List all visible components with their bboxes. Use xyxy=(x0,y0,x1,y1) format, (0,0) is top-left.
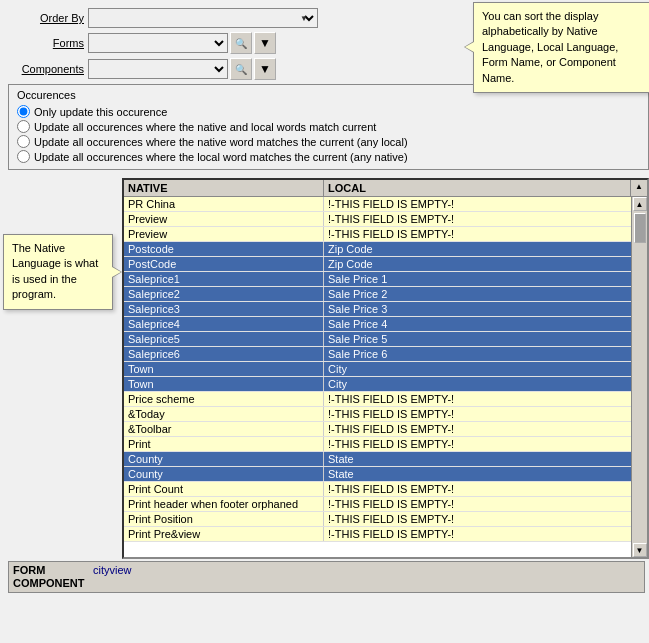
cell-native: Print Pre&view xyxy=(124,527,324,541)
table-row[interactable]: Saleprice3Sale Price 3 xyxy=(124,302,631,317)
table-row[interactable]: Price scheme!-THIS FIELD IS EMPTY-! xyxy=(124,392,631,407)
radio-label-3: Update all occurences where the local wo… xyxy=(34,151,408,163)
scroll-up-btn[interactable]: ▲ xyxy=(633,197,647,211)
forms-binoculars-button[interactable]: 🔍 xyxy=(230,32,252,54)
radio-label-2: Update all occurences where the native w… xyxy=(34,136,408,148)
sort-tooltip-arrow xyxy=(464,41,474,53)
scrollbar[interactable]: ▲ ▼ xyxy=(631,197,647,557)
components-binoculars-button[interactable]: 🔍 xyxy=(230,58,252,80)
data-table: NATIVE LOCAL ▲ PR China!-THIS FIELD IS E… xyxy=(122,178,649,559)
table-row[interactable]: PR China!-THIS FIELD IS EMPTY-! xyxy=(124,197,631,212)
cell-native: &Today xyxy=(124,407,324,421)
table-header: NATIVE LOCAL ▲ xyxy=(124,180,647,197)
forms-label: Forms xyxy=(8,37,88,49)
table-body: PR China!-THIS FIELD IS EMPTY-!Preview!-… xyxy=(124,197,647,557)
cell-local: !-THIS FIELD IS EMPTY-! xyxy=(324,407,631,421)
cell-local: !-THIS FIELD IS EMPTY-! xyxy=(324,197,631,211)
bottom-form-row: FORM cityview xyxy=(13,564,640,576)
components-filter-button[interactable]: ▼ xyxy=(254,58,276,80)
bottom-component-row: COMPONENT xyxy=(13,577,640,589)
cell-local: Zip Code xyxy=(324,242,631,256)
table-row[interactable]: Saleprice2Sale Price 2 xyxy=(124,287,631,302)
table-row[interactable]: CountyState xyxy=(124,452,631,467)
cell-local: !-THIS FIELD IS EMPTY-! xyxy=(324,527,631,541)
cell-native: Saleprice5 xyxy=(124,332,324,346)
table-row[interactable]: Print Pre&view!-THIS FIELD IS EMPTY-! xyxy=(124,527,631,542)
table-row[interactable]: &Today!-THIS FIELD IS EMPTY-! xyxy=(124,407,631,422)
cell-local: State xyxy=(324,467,631,481)
table-row[interactable]: Print Position!-THIS FIELD IS EMPTY-! xyxy=(124,512,631,527)
cell-native: Town xyxy=(124,377,324,391)
table-row[interactable]: Print!-THIS FIELD IS EMPTY-! xyxy=(124,437,631,452)
cell-local: Sale Price 3 xyxy=(324,302,631,316)
radio-row-1: Update all occurences where the native a… xyxy=(17,120,640,133)
cell-native: Print Position xyxy=(124,512,324,526)
forms-combo[interactable] xyxy=(88,33,228,53)
table-row[interactable]: TownCity xyxy=(124,362,631,377)
radio-label-1: Update all occurences where the native a… xyxy=(34,121,376,133)
cell-native: PR China xyxy=(124,197,324,211)
cell-native: Print header when footer orphaned xyxy=(124,497,324,511)
cell-native: Price scheme xyxy=(124,392,324,406)
native-tooltip-arrow xyxy=(112,266,122,278)
cell-local: State xyxy=(324,452,631,466)
radio-only-this[interactable] xyxy=(17,105,30,118)
cell-native: Saleprice6 xyxy=(124,347,324,361)
cell-local: Sale Price 6 xyxy=(324,347,631,361)
radio-row-0: Only update this occurence xyxy=(17,105,640,118)
table-row[interactable]: Print Count!-THIS FIELD IS EMPTY-! xyxy=(124,482,631,497)
cell-local: !-THIS FIELD IS EMPTY-! xyxy=(324,392,631,406)
table-row[interactable]: PostcodeZip Code xyxy=(124,242,631,257)
table-row[interactable]: Saleprice5Sale Price 5 xyxy=(124,332,631,347)
cell-native: Town xyxy=(124,362,324,376)
table-row[interactable]: Print header when footer orphaned!-THIS … xyxy=(124,497,631,512)
radio-row-2: Update all occurences where the native w… xyxy=(17,135,640,148)
cell-native: Saleprice3 xyxy=(124,302,324,316)
table-scroll-area[interactable]: PR China!-THIS FIELD IS EMPTY-!Preview!-… xyxy=(124,197,631,557)
native-tooltip: The Native Language is what is used in t… xyxy=(3,234,113,310)
cell-local: Zip Code xyxy=(324,257,631,271)
sort-tooltip: You can sort the display alphabetically … xyxy=(473,2,649,93)
cell-local: Sale Price 1 xyxy=(324,272,631,286)
cell-native: PostCode xyxy=(124,257,324,271)
radio-local-match[interactable] xyxy=(17,150,30,163)
table-row[interactable]: &Toolbar!-THIS FIELD IS EMPTY-! xyxy=(124,422,631,437)
component-label: COMPONENT xyxy=(13,577,93,589)
cell-local: !-THIS FIELD IS EMPTY-! xyxy=(324,482,631,496)
cell-native: County xyxy=(124,467,324,481)
table-row[interactable]: Saleprice4Sale Price 4 xyxy=(124,317,631,332)
radio-native-local-match[interactable] xyxy=(17,120,30,133)
cell-native: County xyxy=(124,452,324,466)
table-row[interactable]: TownCity xyxy=(124,377,631,392)
bottom-bar: FORM cityview COMPONENT xyxy=(8,561,645,593)
cell-local: !-THIS FIELD IS EMPTY-! xyxy=(324,512,631,526)
cell-native: Preview xyxy=(124,212,324,226)
scroll-down-btn[interactable]: ▼ xyxy=(633,543,647,557)
table-row[interactable]: Saleprice6Sale Price 6 xyxy=(124,347,631,362)
radio-native-match[interactable] xyxy=(17,135,30,148)
cell-local: !-THIS FIELD IS EMPTY-! xyxy=(324,212,631,226)
forms-filter-button[interactable]: ▼ xyxy=(254,32,276,54)
cell-native: Saleprice2 xyxy=(124,287,324,301)
cell-local: !-THIS FIELD IS EMPTY-! xyxy=(324,497,631,511)
table-row[interactable]: Preview!-THIS FIELD IS EMPTY-! xyxy=(124,212,631,227)
table-row[interactable]: PostCodeZip Code xyxy=(124,257,631,272)
radio-row-3: Update all occurences where the local wo… xyxy=(17,150,640,163)
form-label: FORM xyxy=(13,564,93,576)
col-header-native: NATIVE xyxy=(124,180,324,196)
scroll-thumb[interactable] xyxy=(634,213,646,243)
components-label: Components xyxy=(8,63,88,75)
form-value: cityview xyxy=(93,564,640,576)
cell-local: !-THIS FIELD IS EMPTY-! xyxy=(324,227,631,241)
components-combo[interactable] xyxy=(88,59,228,79)
cell-local: Sale Price 4 xyxy=(324,317,631,331)
table-row[interactable]: Preview!-THIS FIELD IS EMPTY-! xyxy=(124,227,631,242)
cell-native: Saleprice1 xyxy=(124,272,324,286)
radio-label-0: Only update this occurence xyxy=(34,106,167,118)
table-row[interactable]: Saleprice1Sale Price 1 xyxy=(124,272,631,287)
table-row[interactable]: CountyState xyxy=(124,467,631,482)
scroll-up-arrow[interactable]: ▲ xyxy=(631,180,647,196)
cell-native: &Toolbar xyxy=(124,422,324,436)
order-by-combo[interactable] xyxy=(88,8,318,28)
cell-native: Postcode xyxy=(124,242,324,256)
